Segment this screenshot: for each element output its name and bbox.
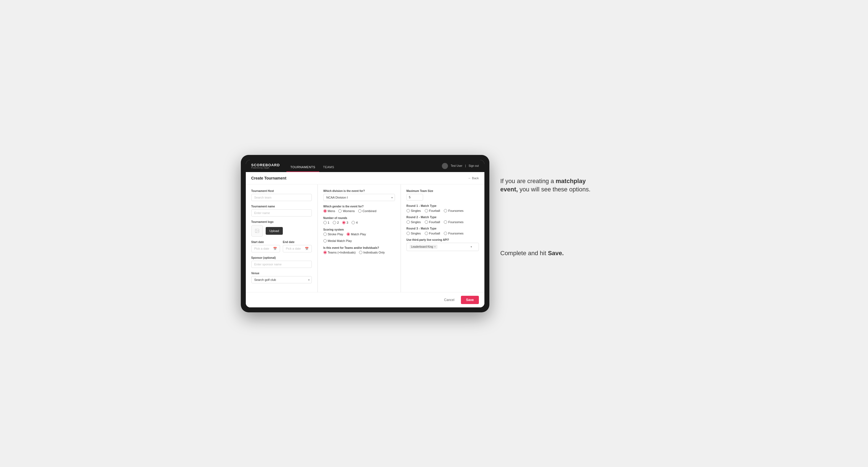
page-header: Create Tournament ← Back bbox=[246, 172, 485, 185]
venue-select-wrapper: Search golf club bbox=[251, 276, 312, 283]
round-4-radio[interactable] bbox=[351, 221, 355, 224]
round-1-radio[interactable] bbox=[323, 221, 327, 224]
venue-select[interactable]: Search golf club bbox=[251, 276, 312, 283]
round3-singles-radio[interactable] bbox=[406, 232, 410, 235]
scoring-group: Scoring system Stroke Play Match Play bbox=[323, 228, 395, 243]
round1-foursomes-radio[interactable] bbox=[444, 209, 447, 212]
footer-bar: Cancel Save bbox=[246, 292, 485, 307]
scoring-medal[interactable]: Medal Match Play bbox=[323, 239, 352, 243]
round-2-radio[interactable] bbox=[333, 221, 336, 224]
scoring-stroke-radio[interactable] bbox=[323, 232, 327, 236]
round1-fourball-label: Fourball bbox=[429, 209, 440, 212]
scoring-match-radio[interactable] bbox=[347, 232, 350, 236]
logo-text: SCOREBOARD bbox=[251, 163, 280, 167]
round-3[interactable]: 3 bbox=[342, 221, 348, 224]
division-select[interactable]: NCAA Division I bbox=[323, 194, 395, 201]
nav-link-teams[interactable]: TEAMS bbox=[319, 165, 338, 172]
annotation-bold-save: Save. bbox=[548, 250, 564, 256]
end-date-label: End date bbox=[283, 241, 312, 244]
teams-teams[interactable]: Teams (+Individuals) bbox=[323, 251, 356, 254]
sponsor-input[interactable] bbox=[251, 261, 312, 268]
cancel-button[interactable]: Cancel bbox=[440, 296, 458, 304]
round2-singles[interactable]: Singles bbox=[406, 220, 421, 224]
round2-fourball[interactable]: Fourball bbox=[425, 220, 440, 224]
teams-individuals-radio[interactable] bbox=[359, 251, 362, 254]
scoring-medal-radio[interactable] bbox=[323, 239, 327, 243]
round2-foursomes-label: Foursomes bbox=[448, 220, 463, 224]
annotations: If you are creating a matchplay event, y… bbox=[500, 155, 627, 258]
round1-fourball-radio[interactable] bbox=[425, 209, 428, 212]
tournament-name-input[interactable] bbox=[251, 209, 312, 217]
scoring-stroke[interactable]: Stroke Play bbox=[323, 232, 343, 236]
round3-singles[interactable]: Singles bbox=[406, 232, 421, 235]
round3-label: Round 3 - Match Type bbox=[406, 227, 479, 230]
start-date-input[interactable]: Pick a date 📅 bbox=[251, 245, 280, 252]
round1-singles[interactable]: Singles bbox=[406, 209, 421, 212]
nav-link-tournaments[interactable]: TOURNAMENTS bbox=[286, 165, 319, 172]
round2-foursomes-radio[interactable] bbox=[444, 220, 447, 224]
round3-foursomes-radio[interactable] bbox=[444, 232, 447, 235]
round-1[interactable]: 1 bbox=[323, 221, 330, 224]
user-name: Test User bbox=[451, 164, 462, 167]
end-date-placeholder: Pick a date bbox=[286, 247, 301, 250]
svg-point-1 bbox=[256, 230, 256, 230]
round3-fourball-radio[interactable] bbox=[425, 232, 428, 235]
logo-placeholder bbox=[251, 225, 263, 237]
round3-foursomes[interactable]: Foursomes bbox=[444, 232, 463, 235]
upload-button[interactable]: Upload bbox=[266, 227, 283, 235]
nav-right: Test User | Sign out bbox=[442, 163, 479, 169]
round-3-radio[interactable] bbox=[342, 221, 345, 224]
round2-singles-radio[interactable] bbox=[406, 220, 410, 224]
round1-singles-radio[interactable] bbox=[406, 209, 410, 212]
start-date-label: Start date bbox=[251, 241, 280, 244]
page-title: Create Tournament bbox=[251, 176, 286, 180]
save-button[interactable]: Save bbox=[461, 296, 478, 304]
api-tag-remove[interactable]: × bbox=[434, 245, 436, 248]
sign-out-link[interactable]: Sign out bbox=[469, 164, 479, 167]
scoring-match[interactable]: Match Play bbox=[347, 232, 366, 236]
teams-teams-radio[interactable] bbox=[323, 251, 327, 254]
round1-fourball[interactable]: Fourball bbox=[425, 209, 440, 212]
end-date-col: End date Pick a date 📅 bbox=[283, 241, 312, 252]
end-date-input[interactable]: Pick a date 📅 bbox=[283, 245, 312, 252]
tournament-host-group: Tournament Host bbox=[251, 189, 312, 201]
tournament-host-input[interactable] bbox=[251, 194, 312, 201]
date-group: Start date Pick a date 📅 End date Pick a… bbox=[251, 241, 312, 252]
sponsor-group: Sponsor (optional) bbox=[251, 256, 312, 268]
annotation-bold-matchplay: matchplay event, bbox=[500, 178, 586, 193]
tournament-name-group: Tournament name bbox=[251, 205, 312, 217]
teams-radio-group: Teams (+Individuals) Individuals Only bbox=[323, 251, 395, 254]
gender-womens-radio[interactable] bbox=[338, 209, 342, 213]
round2-fourball-radio[interactable] bbox=[425, 220, 428, 224]
round3-singles-label: Singles bbox=[411, 232, 421, 235]
scoring-medal-label: Medal Match Play bbox=[328, 239, 352, 243]
round1-match-type: Round 1 - Match Type Singles Fourball bbox=[406, 205, 479, 212]
gender-womens-label: Womens bbox=[343, 209, 354, 213]
gender-mens-radio[interactable] bbox=[323, 209, 327, 213]
teams-label: Is this event for Teams and/or Individua… bbox=[323, 246, 395, 249]
api-select-box[interactable]: Leaderboard King × ▾ bbox=[406, 243, 479, 251]
gender-mens[interactable]: Mens bbox=[323, 209, 335, 213]
navbar: SCOREBOARD Powered by clippit TOURNAMENT… bbox=[246, 160, 485, 172]
gender-womens[interactable]: Womens bbox=[338, 209, 354, 213]
round-2[interactable]: 2 bbox=[333, 221, 339, 224]
round1-foursomes[interactable]: Foursomes bbox=[444, 209, 463, 212]
start-date-placeholder: Pick a date bbox=[254, 247, 269, 250]
date-row: Start date Pick a date 📅 End date Pick a… bbox=[251, 241, 312, 252]
round-4-label: 4 bbox=[356, 221, 358, 224]
rounds-radio-group: 1 2 3 4 bbox=[323, 221, 395, 224]
gender-combined-radio[interactable] bbox=[358, 209, 362, 213]
round3-fourball[interactable]: Fourball bbox=[425, 232, 440, 235]
round2-foursomes[interactable]: Foursomes bbox=[444, 220, 463, 224]
tablet-screen: SCOREBOARD Powered by clippit TOURNAMENT… bbox=[246, 160, 485, 307]
nav-links: TOURNAMENTS TEAMS bbox=[286, 160, 338, 172]
annotation-save: Complete and hit Save. bbox=[500, 249, 594, 258]
back-button[interactable]: ← Back bbox=[468, 177, 479, 180]
gender-combined[interactable]: Combined bbox=[358, 209, 376, 213]
teams-individuals[interactable]: Individuals Only bbox=[359, 251, 385, 254]
round-4[interactable]: 4 bbox=[351, 221, 358, 224]
gender-label: Which gender is the event for? bbox=[323, 205, 395, 208]
max-team-size-input[interactable] bbox=[406, 194, 423, 200]
scoring-radio-group: Stroke Play Match Play Medal Match Play bbox=[323, 232, 395, 243]
round1-foursomes-label: Foursomes bbox=[448, 209, 463, 212]
